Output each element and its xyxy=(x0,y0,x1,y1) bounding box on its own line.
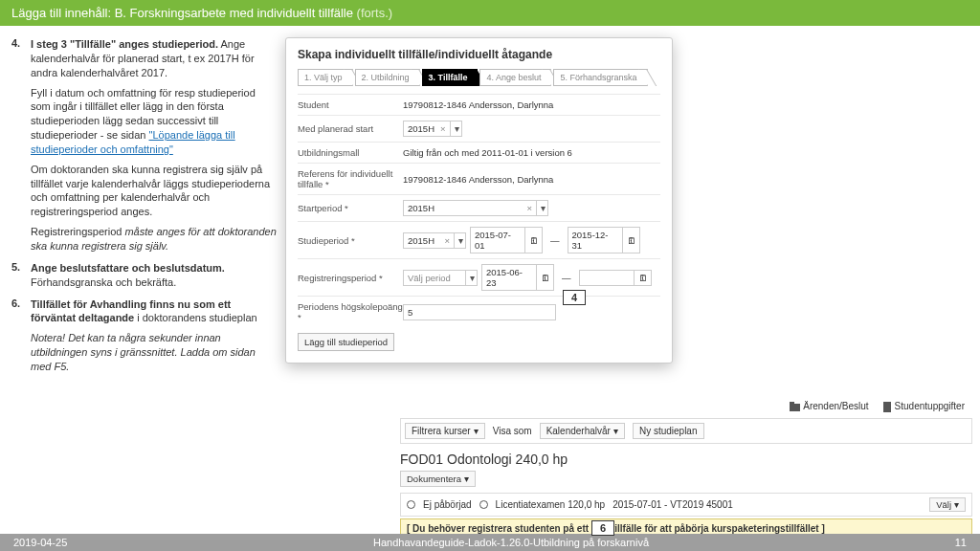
value-ref: 19790812-1846 Andersson, Darlynna xyxy=(403,174,660,185)
footer-page: 11 xyxy=(955,537,967,548)
folder-icon xyxy=(790,402,800,412)
dropdown-icon[interactable]: ▾ xyxy=(455,232,466,249)
ny-studieplan-button[interactable]: Ny studieplan xyxy=(633,423,704,439)
kalenderhalvar-select[interactable]: Kalenderhalvår ▾ xyxy=(540,423,625,439)
step-1[interactable]: 1. Välj typ xyxy=(298,69,353,86)
dialog-skapa-tillfalle: Skapa individuellt tillfälle/individuell… xyxy=(285,37,673,364)
instruction-item-6: 6. Tillfället för Avhandling finns nu so… xyxy=(11,298,278,374)
footer-date: 2019-04-25 xyxy=(13,537,67,548)
value-template: Giltig från och med 2011-01-01 i version… xyxy=(403,147,660,158)
status-circle-icon xyxy=(407,500,415,509)
calendar-icon[interactable]: 🗓 xyxy=(537,264,554,291)
exam-row: Ej påbörjad Licentiatexamen 120,0 hp 201… xyxy=(400,493,972,517)
dropdown-icon[interactable]: ▾ xyxy=(466,270,478,286)
label-regperiod: Registreringsperiod * xyxy=(298,273,403,283)
dropdown-icon[interactable]: ▾ xyxy=(537,200,548,216)
step-3[interactable]: 3. Tillfälle xyxy=(422,69,479,86)
dokumentera-button[interactable]: Dokumentera ▾ xyxy=(400,471,476,487)
background-panel: Ärenden/Beslut Studentuppgifter Filtrera… xyxy=(400,401,972,551)
tab-studentuppgifter[interactable]: Studentuppgifter xyxy=(882,401,965,412)
input-credits[interactable]: 5 xyxy=(403,304,556,320)
label-student: Student xyxy=(298,99,403,110)
filter-kurser-button[interactable]: Filtrera kurser ▾ xyxy=(405,423,485,439)
slide-footer: 2019-04-25 Handhavandeguide-Ladok-1.26.0… xyxy=(0,534,980,551)
step-5[interactable]: 5. Förhandsgranska xyxy=(553,69,647,86)
input-sp-term[interactable]: 2015H× xyxy=(403,232,455,249)
exam-name: Licentiatexamen 120,0 hp xyxy=(496,499,606,510)
value-student: 19790812-1846 Andersson, Darlynna xyxy=(403,99,660,110)
label-studieperiod: Studieperiod * xyxy=(298,235,403,246)
label-template: Utbildningsmall xyxy=(298,147,403,158)
input-rp-d2[interactable] xyxy=(579,270,635,286)
stepper: 1. Välj typ 2. Utbildning 3. Tillfälle 4… xyxy=(298,69,660,86)
callout-6: 6 xyxy=(591,520,614,536)
input-sp-d1[interactable]: 2015-07-01 xyxy=(470,227,525,253)
valj-button[interactable]: Välj ▾ xyxy=(929,497,966,512)
dialog-heading: Skapa individuellt tillfälle/individuell… xyxy=(298,48,660,61)
exam-dates: 2015-07-01 - VT2019 45001 xyxy=(612,499,733,510)
calendar-icon[interactable]: 🗓 xyxy=(623,227,640,253)
step-2[interactable]: 2. Utbildning xyxy=(355,69,420,86)
label-planned: Med planerad start xyxy=(298,123,403,134)
slide-title: Lägga till innehåll: B. Forskningsarbete… xyxy=(0,0,980,26)
callout-4: 4 xyxy=(563,290,586,305)
instruction-item-4: 4. I steg 3 "Tillfälle" anges studieperi… xyxy=(11,37,278,253)
tab-arenden[interactable]: Ärenden/Beslut xyxy=(790,401,868,412)
input-startperiod[interactable]: 2015H× xyxy=(403,200,537,216)
input-planned[interactable]: 2015H× xyxy=(403,121,451,137)
add-studieperiod-button[interactable]: Lägg till studieperiod xyxy=(298,333,394,351)
calendar-icon[interactable]: 🗓 xyxy=(525,227,543,253)
input-rp-d1[interactable]: 2015-06-23 xyxy=(481,264,537,291)
status-text: Ej påbörjad xyxy=(423,499,472,510)
input-rp-term[interactable]: Välj period xyxy=(403,270,466,286)
svg-rect-2 xyxy=(883,402,891,412)
calendar-icon[interactable]: 🗓 xyxy=(635,270,652,286)
title-main: Lägga till innehåll: B. Forskningsarbete… xyxy=(11,6,353,20)
status-circle-icon xyxy=(479,500,488,509)
input-sp-d2[interactable]: 2015-12-31 xyxy=(568,227,623,253)
instruction-list: 4. I steg 3 "Tillfälle" anges studieperi… xyxy=(11,37,278,382)
dropdown-icon[interactable]: ▾ xyxy=(451,121,462,137)
program-title: FOD01 Odontologi 240,0 hp xyxy=(400,444,972,471)
label-credits: Periodens högskolepoäng * xyxy=(298,301,403,322)
svg-rect-0 xyxy=(790,404,800,411)
svg-rect-1 xyxy=(790,402,794,405)
label-ref: Referens för individuellt tillfälle * xyxy=(298,168,403,189)
instruction-item-5: 5. Ange beslutsfattare och beslutsdatum.… xyxy=(11,261,278,290)
footer-title: Handhavandeguide-Ladok-1.26.0-Utbildning… xyxy=(373,537,649,548)
step-4[interactable]: 4. Ange beslut xyxy=(479,69,551,86)
title-cont: (forts.) xyxy=(357,6,393,20)
visa-som-label: Visa som xyxy=(489,424,536,438)
label-startperiod: Startperiod * xyxy=(298,203,403,213)
document-icon xyxy=(882,402,892,412)
